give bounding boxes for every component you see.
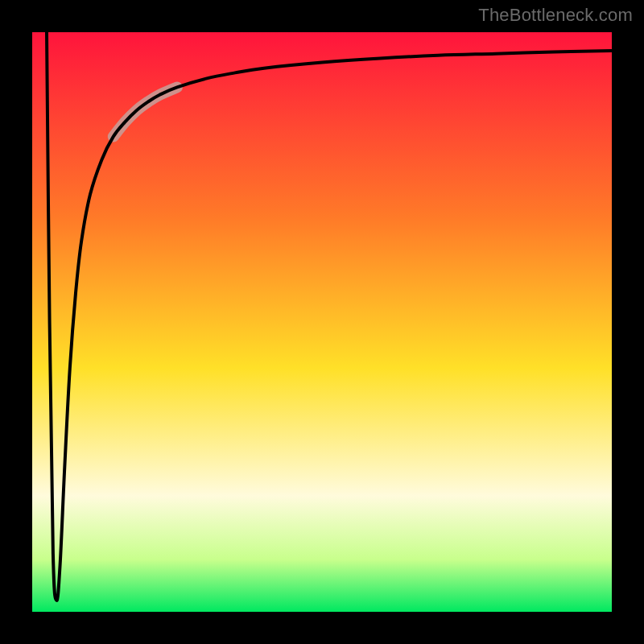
attribution-text: TheBottleneck.com <box>478 5 633 26</box>
chart-frame: TheBottleneck.com <box>0 0 644 644</box>
chart-svg <box>32 32 612 612</box>
gradient-background <box>32 32 612 612</box>
plot-area <box>32 32 612 612</box>
